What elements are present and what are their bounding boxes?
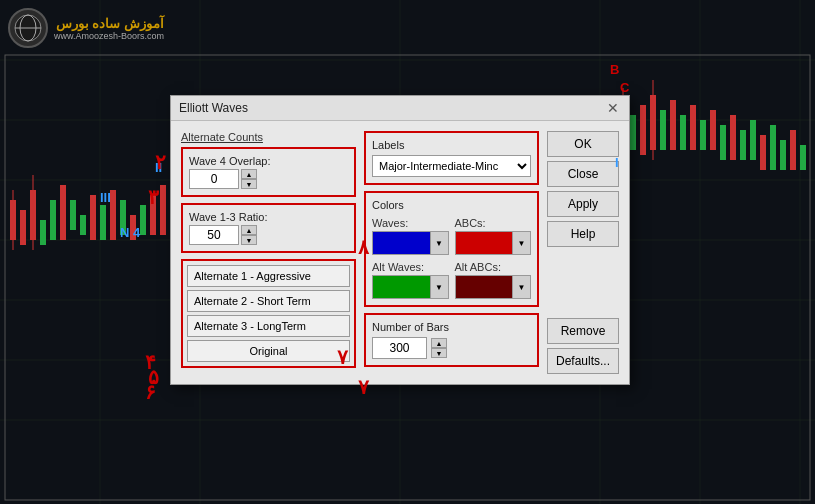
waves-color-item: Waves: ▼ (372, 217, 449, 255)
svg-rect-46 (730, 115, 736, 160)
svg-rect-20 (50, 200, 56, 240)
waves-swatch (373, 232, 430, 254)
svg-rect-25 (100, 205, 106, 240)
remove-button[interactable]: Remove (547, 318, 619, 344)
svg-rect-48 (750, 120, 756, 160)
svg-rect-51 (780, 140, 786, 170)
colors-section: Colors Waves: ▼ ABCs: ▼ (364, 191, 539, 307)
abcs-label: ABCs: (455, 217, 532, 229)
svg-rect-41 (680, 115, 686, 150)
alt-waves-arrow-icon: ▼ (430, 276, 448, 298)
abcs-color-dropdown[interactable]: ▼ (455, 231, 532, 255)
wave13-label: Wave 1-3 Ratio: (189, 211, 348, 223)
annot-6: ۶ (145, 380, 156, 404)
annot-7-top: ۷ (337, 345, 348, 369)
waves-label: Waves: (372, 217, 449, 229)
svg-rect-52 (790, 130, 796, 170)
help-button[interactable]: Help (547, 221, 619, 247)
annot-8: ۸ (358, 235, 369, 259)
wave4-input[interactable] (189, 169, 239, 189)
wave13-input[interactable] (189, 225, 239, 245)
wave4-down-btn[interactable]: ▼ (241, 179, 257, 189)
annot-7-left: ۷ (358, 375, 369, 399)
logo-area: آموزش ساده بورس www.Amoozesh-Boors.com (8, 8, 164, 48)
svg-rect-43 (700, 120, 706, 150)
annot-3: ۳ (148, 185, 159, 209)
dialog-titlebar: Elliott Waves ✕ (171, 96, 629, 121)
svg-rect-16 (20, 210, 26, 245)
svg-rect-21 (60, 185, 66, 240)
labels-title: Labels (372, 139, 531, 151)
svg-rect-45 (720, 125, 726, 160)
wave13-up-btn[interactable]: ▲ (241, 225, 257, 235)
logo-text: آموزش ساده بورس (54, 16, 164, 31)
chart-label-iii: III (100, 190, 111, 205)
alt-waves-color-item: Alt Waves: ▼ (372, 261, 449, 299)
svg-rect-26 (110, 190, 116, 240)
svg-rect-31 (160, 185, 166, 235)
alt-abcs-color-dropdown[interactable]: ▼ (455, 275, 532, 299)
wave4-spinner: ▲ ▼ (241, 169, 257, 189)
svg-rect-42 (690, 105, 696, 150)
alternate2-btn[interactable]: Alternate 2 - Short Term (187, 290, 350, 312)
alternate3-btn[interactable]: Alternate 3 - LongTerm (187, 315, 350, 337)
wave13-down-btn[interactable]: ▼ (241, 235, 257, 245)
svg-rect-39 (660, 110, 666, 150)
bars-title: Number of Bars (372, 321, 531, 333)
alt-abcs-label: Alt ABCs: (455, 261, 532, 273)
svg-rect-35 (630, 115, 636, 150)
abcs-swatch (456, 232, 513, 254)
svg-rect-44 (710, 110, 716, 150)
wave4-overlap-box: Wave 4 Overlap: ▲ ▼ (181, 147, 356, 197)
wave4-label: Wave 4 Overlap: (189, 155, 348, 167)
bars-spinner: ▲ ▼ (431, 338, 447, 358)
wave4-up-btn[interactable]: ▲ (241, 169, 257, 179)
alt-abcs-swatch (456, 276, 513, 298)
middle-panel: Labels Major-Intermediate-Minc Colors Wa… (364, 131, 539, 374)
dialog-title: Elliott Waves (179, 101, 248, 115)
annot-2: ۲ (155, 150, 166, 174)
svg-rect-19 (40, 220, 46, 245)
original-btn[interactable]: Original (187, 340, 350, 362)
svg-rect-40 (670, 100, 676, 150)
alt-waves-color-dropdown[interactable]: ▼ (372, 275, 449, 299)
bars-down-btn[interactable]: ▼ (431, 348, 447, 358)
labels-section: Labels Major-Intermediate-Minc (364, 131, 539, 185)
bars-input[interactable] (372, 337, 427, 359)
dialog-close-button[interactable]: ✕ (605, 101, 621, 115)
left-panel: Alternate Counts Wave 4 Overlap: ▲ ▼ Wav… (181, 131, 356, 374)
svg-rect-23 (80, 215, 86, 235)
svg-rect-22 (70, 200, 76, 230)
svg-rect-24 (90, 195, 96, 240)
chart-label-i: I (615, 155, 619, 170)
bars-up-btn[interactable]: ▲ (431, 338, 447, 348)
defaults-button[interactable]: Defaults... (547, 348, 619, 374)
dialog: Elliott Waves ✕ Alternate Counts Wave 4 … (170, 95, 630, 385)
colors-title: Colors (372, 199, 531, 211)
svg-rect-53 (800, 145, 806, 170)
chart-label-n4: N 4 (120, 225, 140, 240)
bars-section: Number of Bars ▲ ▼ (364, 313, 539, 367)
alt-abcs-color-item: Alt ABCs: ▼ (455, 261, 532, 299)
ok-button[interactable]: OK (547, 131, 619, 157)
svg-rect-47 (740, 130, 746, 160)
waves-color-dropdown[interactable]: ▼ (372, 231, 449, 255)
logo-url: www.Amoozesh-Boors.com (54, 31, 164, 41)
abcs-color-item: ABCs: ▼ (455, 217, 532, 255)
logo-icon (8, 8, 48, 48)
alternate1-btn[interactable]: Alternate 1 - Aggressive (187, 265, 350, 287)
waves-arrow-icon: ▼ (430, 232, 448, 254)
abcs-arrow-icon: ▼ (512, 232, 530, 254)
wave13-ratio-box: Wave 1-3 Ratio: ▲ ▼ (181, 203, 356, 253)
apply-button[interactable]: Apply (547, 191, 619, 217)
alternates-box: Alternate 1 - Aggressive Alternate 2 - S… (181, 259, 356, 368)
close-button[interactable]: Close (547, 161, 619, 187)
alternate-counts-label: Alternate Counts (181, 131, 356, 143)
wave13-spinner: ▲ ▼ (241, 225, 257, 245)
svg-rect-29 (140, 205, 146, 235)
alt-abcs-arrow-icon: ▼ (512, 276, 530, 298)
chart-label-c: C (620, 80, 629, 95)
labels-select[interactable]: Major-Intermediate-Minc (372, 155, 531, 177)
svg-rect-36 (640, 105, 646, 155)
svg-rect-49 (760, 135, 766, 170)
